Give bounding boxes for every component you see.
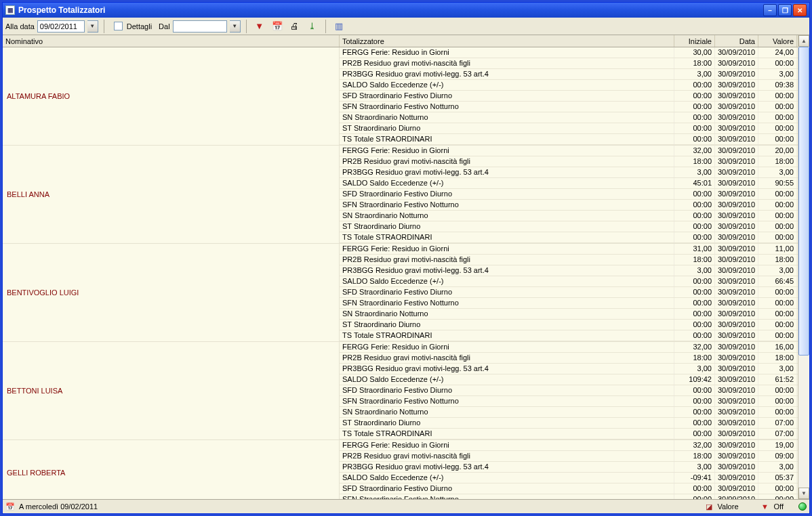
separator: [246, 20, 247, 33]
dettagli-checkbox[interactable]: [114, 22, 123, 30]
cell-data: 30/09/2010: [715, 232, 758, 242]
table-row[interactable]: PR3BGG Residuo gravi motivi-legg. 53 art…: [340, 462, 798, 473]
table-row[interactable]: SFD Straordinario Festivo Diurno00:0030/…: [340, 189, 798, 200]
table-row[interactable]: TS Totale STRAORDINARI00:0030/09/201007:…: [340, 429, 798, 439]
table-row[interactable]: SN Straordinario Notturno00:0030/09/2010…: [340, 112, 798, 123]
cell-totalizzatore: TS Totale STRAORDINARI: [340, 429, 674, 439]
print-button[interactable]: 🖨: [287, 19, 302, 34]
table-row[interactable]: SFD Straordinario Festivo Diurno00:0030/…: [340, 385, 798, 396]
table-row[interactable]: SALDO Saldo Eccedenze (+/-)45:0130/09/20…: [340, 178, 798, 189]
table-row[interactable]: SALDO Saldo Eccedenze (+/-)-09:4130/09/2…: [340, 473, 798, 483]
scroll-down-button[interactable]: ▼: [798, 488, 809, 499]
table-row[interactable]: SN Straordinario Notturno00:0030/09/2010…: [340, 309, 798, 320]
window-title: Prospetto Totalizzatori: [18, 5, 105, 15]
table-row[interactable]: SFN Straordinario Festivo Notturno00:003…: [340, 298, 798, 309]
table-row[interactable]: SFN Straordinario Festivo Notturno00:003…: [340, 102, 798, 112]
table-row[interactable]: FERGG Ferie: Residuo in Giorni32,0030/09…: [340, 146, 798, 156]
cell-data: 30/09/2010: [715, 69, 758, 79]
titlebar[interactable]: ▦ Prospetto Totalizzatori – ❐ ✕: [3, 3, 809, 18]
cell-totalizzatore: SN Straordinario Notturno: [340, 211, 674, 221]
cell-iniziale: 00:00: [674, 211, 715, 221]
table-row[interactable]: PR3BGG Residuo gravi motivi-legg. 53 art…: [340, 364, 798, 374]
cell-data: 30/09/2010: [715, 146, 758, 156]
cell-totalizzatore: ST Straordinario Diurno: [340, 221, 674, 232]
table-row[interactable]: ST Straordinario Diurno00:0030/09/201000…: [340, 123, 798, 134]
table-row[interactable]: FERGG Ferie: Residuo in Giorni32,0030/09…: [340, 342, 798, 353]
table-row[interactable]: ST Straordinario Diurno00:0030/09/201007…: [340, 418, 798, 429]
scroll-up-button[interactable]: ▲: [798, 35, 809, 47]
table-row[interactable]: PR3BGG Residuo gravi motivi-legg. 53 art…: [340, 69, 798, 80]
table-row[interactable]: PR2B Residuo gravi motivi-nascità figli1…: [340, 353, 798, 364]
grid-area: Nominativo Totalizzatore Iniziale Data V…: [3, 35, 809, 500]
grid-body[interactable]: ALTAMURA FABIOFERGG Ferie: Residuo in Gi…: [3, 47, 798, 499]
table-row[interactable]: PR2B Residuo gravi motivi-nascità figli1…: [340, 156, 798, 167]
table-row[interactable]: TS Totale STRAORDINARI00:0030/09/201000:…: [340, 232, 798, 243]
status-date: A mercoledì 09/02/2011: [19, 502, 98, 511]
alla-data-dropdown-button[interactable]: ▼: [87, 20, 98, 33]
cell-iniziale: 18:00: [674, 156, 715, 167]
table-row[interactable]: SFD Straordinario Festivo Diurno00:0030/…: [340, 483, 798, 494]
app-icon: ▦: [5, 5, 15, 15]
alla-data-input[interactable]: [37, 20, 85, 33]
separator: [104, 20, 104, 33]
table-row[interactable]: TS Totale STRAORDINARI00:0030/09/201000:…: [340, 134, 798, 145]
table-row[interactable]: SFD Straordinario Festivo Diurno00:0030/…: [340, 287, 798, 298]
cell-data: 30/09/2010: [715, 47, 758, 58]
table-row[interactable]: SFN Straordinario Festivo Notturno00:003…: [340, 396, 798, 407]
minimize-button[interactable]: –: [763, 4, 777, 16]
dal-dropdown-button[interactable]: ▼: [230, 20, 241, 33]
table-row[interactable]: FERGG Ferie: Residuo in Giorni32,0030/09…: [340, 440, 798, 451]
table-row[interactable]: SFD Straordinario Festivo Diurno00:0030/…: [340, 91, 798, 102]
table-row[interactable]: PR3BGG Residuo gravi motivi-legg. 53 art…: [340, 167, 798, 178]
cell-data: 30/09/2010: [715, 178, 758, 188]
cell-totalizzatore: SALDO Saldo Eccedenze (+/-): [340, 178, 674, 188]
close-button[interactable]: ✕: [793, 4, 807, 16]
employee-name[interactable]: BETTONI LUISA: [3, 342, 340, 439]
table-row[interactable]: PR2B Residuo gravi motivi-nascità figli1…: [340, 58, 798, 69]
employee-name[interactable]: BENTIVOGLIO LUIGI: [3, 244, 340, 341]
cell-totalizzatore: PR2B Residuo gravi motivi-nascità figli: [340, 451, 674, 461]
employee-name[interactable]: BELLI ANNA: [3, 146, 340, 243]
alla-data-label: Alla data: [5, 22, 35, 30]
table-row[interactable]: SALDO Saldo Eccedenze (+/-)00:0030/09/20…: [340, 80, 798, 91]
cell-totalizzatore: TS Totale STRAORDINARI: [340, 330, 674, 341]
columns-button[interactable]: ▥: [331, 19, 346, 34]
header-valore[interactable]: Valore: [758, 35, 797, 47]
filter-button[interactable]: ▼: [252, 19, 267, 34]
table-row[interactable]: PR2B Residuo gravi motivi-nascità figli1…: [340, 255, 798, 265]
dal-input[interactable]: [173, 20, 227, 33]
cell-data: 30/09/2010: [715, 418, 758, 428]
table-row[interactable]: PR3BGG Residuo gravi motivi-legg. 53 art…: [340, 265, 798, 276]
header-nominativo[interactable]: Nominativo: [3, 35, 340, 47]
dettagli-label: Dettagli: [127, 22, 152, 30]
calendar-button[interactable]: 📅: [270, 19, 285, 34]
table-row[interactable]: PR2B Residuo gravi motivi-nascità figli1…: [340, 451, 798, 462]
table-row[interactable]: ST Straordinario Diurno00:0030/09/201000…: [340, 221, 798, 232]
table-row[interactable]: ST Straordinario Diurno00:0030/09/201000…: [340, 320, 798, 330]
table-row[interactable]: TS Totale STRAORDINARI00:0030/09/201000:…: [340, 330, 798, 341]
cell-valore: 00:00: [758, 123, 797, 133]
table-row[interactable]: SFN Straordinario Festivo Notturno00:003…: [340, 200, 798, 211]
cell-valore: 00:00: [758, 102, 797, 112]
cell-totalizzatore: PR3BGG Residuo gravi motivi-legg. 53 art…: [340, 69, 674, 79]
table-row[interactable]: SALDO Saldo Eccedenze (+/-)109:4230/09/2…: [340, 374, 798, 385]
scroll-track[interactable]: [798, 47, 809, 488]
employee-block: BETTONI LUISAFERGG Ferie: Residuo in Gio…: [3, 342, 798, 440]
maximize-button[interactable]: ❐: [778, 4, 792, 16]
grid-header: Nominativo Totalizzatore Iniziale Data V…: [3, 35, 798, 47]
table-row[interactable]: SFN Straordinario Festivo Notturno00:003…: [340, 494, 798, 499]
table-row[interactable]: SALDO Saldo Eccedenze (+/-)00:0030/09/20…: [340, 276, 798, 287]
export-button[interactable]: ⤓: [305, 19, 320, 34]
table-row[interactable]: FERGG Ferie: Residuo in Giorni31,0030/09…: [340, 244, 798, 255]
cell-data: 30/09/2010: [715, 309, 758, 319]
scroll-thumb[interactable]: [798, 47, 809, 356]
employee-name[interactable]: GELLI ROBERTA: [3, 440, 340, 499]
vertical-scrollbar[interactable]: ▲ ▼: [798, 35, 809, 499]
table-row[interactable]: SN Straordinario Notturno00:0030/09/2010…: [340, 407, 798, 418]
table-row[interactable]: FERGG Ferie: Residuo in Giorni30,0030/09…: [340, 47, 798, 58]
header-totalizzatore[interactable]: Totalizzatore: [340, 35, 674, 47]
table-row[interactable]: SN Straordinario Notturno00:0030/09/2010…: [340, 211, 798, 221]
header-iniziale[interactable]: Iniziale: [674, 35, 715, 47]
employee-name[interactable]: ALTAMURA FABIO: [3, 47, 340, 145]
header-data[interactable]: Data: [715, 35, 758, 47]
